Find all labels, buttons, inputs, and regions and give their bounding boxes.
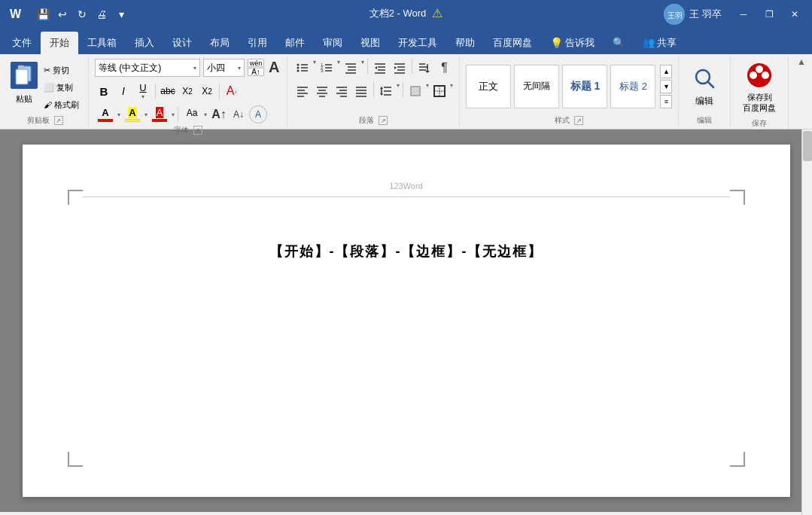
multilevel-dropdown[interactable]: ▾ xyxy=(361,59,364,77)
ribbon-collapse-btn[interactable]: ▲ xyxy=(794,54,809,69)
tab-review[interactable]: 审阅 xyxy=(314,32,351,54)
cut-btn[interactable]: ✂ 剪切 xyxy=(41,62,82,78)
scroll-thumb[interactable] xyxy=(803,131,812,161)
align-center-btn[interactable] xyxy=(313,82,331,100)
undo-quick-btn[interactable]: ↩ xyxy=(54,6,71,23)
numbered-list-dropdown[interactable]: ▾ xyxy=(337,59,340,77)
print-quick-btn[interactable]: 🖨 xyxy=(93,6,110,23)
tab-toolbox[interactable]: 工具箱 xyxy=(78,32,126,54)
align-left-btn[interactable] xyxy=(293,82,312,100)
restore-btn[interactable]: ❐ xyxy=(758,5,780,23)
format-painter-btn[interactable]: 🖌 格式刷 xyxy=(41,96,82,113)
save-baidu-btn[interactable]: 保存到百度网盘 xyxy=(737,59,782,117)
redo-quick-btn[interactable]: ↻ xyxy=(74,6,90,23)
text-effect-btn[interactable]: A xyxy=(249,105,267,123)
line-spacing-dropdown[interactable]: ▾ xyxy=(397,82,400,100)
tab-tellme[interactable]: 💡告诉我 xyxy=(541,32,604,54)
font-color-btn[interactable]: A xyxy=(95,107,116,122)
align-right-btn[interactable] xyxy=(333,82,351,100)
sort-btn[interactable] xyxy=(415,59,433,77)
shading-dropdown[interactable]: ▾ xyxy=(172,111,175,118)
clipboard-expand-btn[interactable]: ↗ xyxy=(54,116,63,125)
increase-font-btn[interactable]: A↑ xyxy=(210,105,228,123)
italic-btn[interactable]: I xyxy=(114,82,132,100)
minimize-btn[interactable]: ─ xyxy=(732,5,755,23)
increase-indent-btn[interactable] xyxy=(391,59,409,77)
strikethrough-btn[interactable]: abc xyxy=(159,82,177,100)
doc-header: 123Word xyxy=(83,175,730,197)
scrollbar-right[interactable] xyxy=(801,130,812,515)
shading-btn[interactable] xyxy=(406,82,424,100)
tab-baidu[interactable]: 百度网盘 xyxy=(484,32,541,54)
tab-developer[interactable]: 开发工具 xyxy=(389,32,446,54)
style-heading2[interactable]: 标题 2 xyxy=(610,65,655,108)
paste-area: 粘贴 ✂ 剪切 ⬜ 复制 🖌 格式刷 xyxy=(8,59,82,113)
doc-main-paragraph[interactable]: 【开始】-【段落】-【边框】-【无边框】 xyxy=(83,242,730,261)
font-family-select[interactable]: 等线 (中文正文) ▾ xyxy=(95,59,200,77)
user-avatar: 王羽 xyxy=(664,4,685,25)
paste-label: 粘贴 xyxy=(16,93,32,105)
font-size-decrease-btn[interactable]: A↑ xyxy=(248,68,264,76)
decrease-indent-btn[interactable] xyxy=(371,59,389,77)
numbered-list-btn[interactable]: 1.2.3. xyxy=(318,59,336,77)
font-size-aa-btns: A↑ A↓ xyxy=(210,105,248,123)
svg-point-9 xyxy=(297,67,300,69)
font-expand-btn[interactable]: ↗ xyxy=(193,126,202,135)
tab-help[interactable]: 帮助 xyxy=(446,32,484,54)
font-large-btn[interactable]: A xyxy=(267,59,281,77)
tab-layout[interactable]: 布局 xyxy=(201,32,239,54)
style-scroll-up[interactable]: ▲ xyxy=(660,65,672,78)
border-btn[interactable] xyxy=(430,82,449,100)
shading-color-btn[interactable]: A xyxy=(149,107,170,122)
bullet-list-btn[interactable] xyxy=(293,59,312,77)
style-expand-btn[interactable]: ≡ xyxy=(660,95,672,108)
tab-view[interactable]: 视图 xyxy=(351,32,389,54)
paragraph-expand-btn[interactable]: ↗ xyxy=(379,116,388,125)
shading-para-dropdown[interactable]: ▾ xyxy=(426,82,429,100)
style-no-space[interactable]: 无间隔 xyxy=(514,65,559,108)
bullet-list-dropdown[interactable]: ▾ xyxy=(313,59,316,77)
document-page[interactable]: 123Word 【开始】-【段落】-【边框】-【无边框】 xyxy=(23,145,790,497)
bold-btn[interactable]: B xyxy=(95,82,113,100)
char-scale-btn[interactable]: Aa xyxy=(181,108,202,122)
paste-btn[interactable]: 粘贴 xyxy=(8,59,41,113)
font-color-dropdown[interactable]: ▾ xyxy=(117,111,120,118)
copy-btn[interactable]: ⬜ 复制 xyxy=(41,79,82,96)
tab-mailings[interactable]: 邮件 xyxy=(276,32,314,54)
superscript-btn[interactable]: X2 xyxy=(198,82,216,100)
show-marks-btn[interactable]: ¶ xyxy=(435,59,453,77)
multilevel-list-btn[interactable] xyxy=(342,59,360,77)
border-dropdown[interactable]: ▾ xyxy=(450,82,453,100)
quickaccess-dropdown-btn[interactable]: ▾ xyxy=(113,6,129,23)
subscript-btn[interactable]: X2 xyxy=(178,82,196,100)
highlight-color-btn[interactable]: A xyxy=(122,107,143,122)
svg-rect-5 xyxy=(16,69,28,84)
style-heading1[interactable]: 标题 1 xyxy=(562,65,607,108)
clear-format-btn[interactable]: A↓ xyxy=(223,82,241,100)
line-spacing-btn[interactable] xyxy=(377,82,395,100)
style-normal[interactable]: 正文 xyxy=(466,65,511,108)
font-size-select[interactable]: 小四 ▾ xyxy=(203,59,245,77)
font-size-increase-btn[interactable]: wén xyxy=(248,59,264,67)
tab-share[interactable]: 👥共享 xyxy=(634,32,686,54)
tab-design[interactable]: 设计 xyxy=(163,32,201,54)
style-scroll-down[interactable]: ▼ xyxy=(660,80,672,93)
close-btn[interactable]: ✕ xyxy=(783,5,806,23)
tab-search[interactable]: 🔍 xyxy=(604,32,634,54)
justify-btn[interactable] xyxy=(352,82,370,100)
tab-references[interactable]: 引用 xyxy=(239,32,276,54)
save-quick-btn[interactable]: 💾 xyxy=(35,6,51,23)
tab-insert[interactable]: 插入 xyxy=(126,32,163,54)
styles-expand-btn[interactable]: ↗ xyxy=(574,116,583,125)
doc-content[interactable]: 【开始】-【段落】-【边框】-【无边框】 xyxy=(83,242,730,261)
tab-file[interactable]: 文件 xyxy=(3,32,41,54)
doc-title: 文档2 - Word xyxy=(370,7,427,20)
editing-search-btn[interactable]: 编辑 xyxy=(685,62,724,111)
decrease-font-btn[interactable]: A↓ xyxy=(230,105,248,123)
underline-btn[interactable]: U ▾ xyxy=(134,82,152,100)
highlight-dropdown[interactable]: ▾ xyxy=(144,111,147,118)
format-painter-icon: 🖌 xyxy=(44,100,52,109)
tab-home[interactable]: 开始 xyxy=(41,32,78,54)
char-scale-dropdown[interactable]: ▾ xyxy=(204,111,207,118)
editing-group-label: 编辑 xyxy=(685,115,724,129)
